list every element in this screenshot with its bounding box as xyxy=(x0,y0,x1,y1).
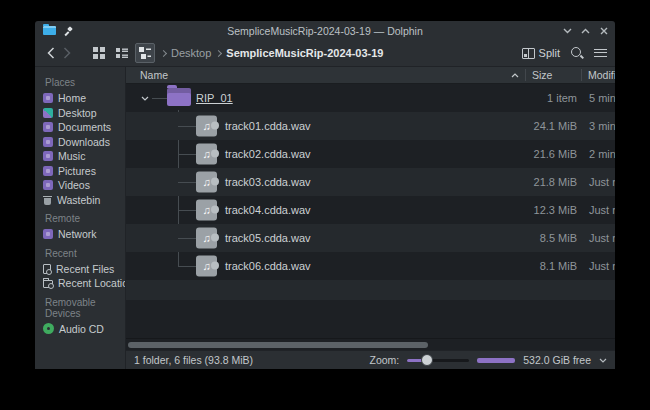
sidebar-item-recent-files[interactable]: Recent Files xyxy=(35,262,125,277)
split-view-icon xyxy=(522,48,535,59)
details-view-button[interactable] xyxy=(135,43,155,63)
network-icon xyxy=(43,229,53,239)
column-name[interactable]: Name xyxy=(126,69,525,81)
back-button[interactable] xyxy=(43,44,59,62)
column-header: Name Size Modified xyxy=(126,67,615,84)
free-space-label: 532.0 GiB free xyxy=(523,354,591,366)
file-size: 21.6 MiB xyxy=(525,148,581,160)
file-size: 12.3 MiB xyxy=(525,204,581,216)
file-modified: 2 minutes ago xyxy=(581,148,615,160)
documents-icon xyxy=(43,122,53,132)
sidebar-item-downloads[interactable]: Downloads xyxy=(35,135,125,150)
file-modified: Just now xyxy=(581,204,615,216)
desktop-background: SempliceMusicRip-2024-03-19 — Dolphin xyxy=(0,0,650,410)
file-modified: Just now xyxy=(581,260,615,272)
recent-files-icon xyxy=(43,264,51,274)
audio-file-icon[interactable]: ♫ xyxy=(196,116,217,137)
file-modified: 3 minutes ago xyxy=(581,120,615,132)
section-removable-devices: Removable Devices xyxy=(35,291,125,322)
sidebar-item-recent-locations[interactable]: Recent Locations xyxy=(35,276,125,291)
breadcrumb-desktop[interactable]: Desktop xyxy=(171,47,211,59)
table-row[interactable]: ♫ track04.cdda.wav 12.3 MiB Just now xyxy=(126,196,615,224)
audio-file-icon[interactable]: ♫ xyxy=(196,144,217,165)
hamburger-menu-icon[interactable] xyxy=(594,49,607,58)
audio-cd-icon xyxy=(43,323,54,334)
view-mode-group xyxy=(89,43,155,63)
section-remote: Remote xyxy=(35,207,125,227)
chevron-right-icon xyxy=(160,49,167,56)
forward-button[interactable] xyxy=(59,44,75,62)
file-modified: Just now xyxy=(581,176,615,188)
file-view: Name Size Modified xyxy=(126,67,615,338)
sidebar-item-audio-cd[interactable]: Audio CD xyxy=(35,322,125,337)
breadcrumb: Desktop SempliceMusicRip-2024-03-19 xyxy=(161,47,384,59)
selection-summary: 1 folder, 6 files (93.8 MiB) xyxy=(134,354,253,366)
zoom-label: Zoom: xyxy=(370,354,400,366)
folder-size: 1 item xyxy=(525,92,581,104)
maximize-button[interactable] xyxy=(580,25,591,36)
chevron-down-icon[interactable] xyxy=(599,358,607,363)
zoom-slider[interactable] xyxy=(407,359,469,362)
sidebar-item-videos[interactable]: Videos xyxy=(35,178,125,193)
places-panel: Places Home Desktop Documents Downloads xyxy=(35,67,126,369)
scrollbar-thumb[interactable] xyxy=(128,342,428,348)
file-modified: Just now xyxy=(581,232,615,244)
file-size: 24.1 MiB xyxy=(525,120,581,132)
table-row[interactable]: ♫ track01.cdda.wav 24.1 MiB 3 minutes ag… xyxy=(126,112,615,140)
dolphin-window: SempliceMusicRip-2024-03-19 — Dolphin xyxy=(35,21,615,369)
desktop-icon xyxy=(43,108,53,118)
section-recent: Recent xyxy=(35,242,125,262)
dolphin-app-icon xyxy=(43,26,56,35)
sidebar-item-music[interactable]: Music xyxy=(35,149,125,164)
folder-modified: 5 minutes ago xyxy=(581,92,615,104)
icons-view-button[interactable] xyxy=(89,43,109,63)
sort-ascending-icon xyxy=(511,73,519,78)
sidebar-item-desktop[interactable]: Desktop xyxy=(35,106,125,121)
sidebar-item-pictures[interactable]: Pictures xyxy=(35,164,125,179)
minimize-button[interactable] xyxy=(562,25,573,36)
trash-icon xyxy=(43,195,52,205)
file-size: 8.1 MiB xyxy=(525,260,581,272)
pictures-icon xyxy=(43,166,53,176)
table-row[interactable]: ♫ track02.cdda.wav 21.6 MiB 2 minutes ag… xyxy=(126,140,615,168)
sidebar-item-home[interactable]: Home xyxy=(35,91,125,106)
audio-file-icon[interactable]: ♫ xyxy=(196,200,217,221)
home-icon xyxy=(43,93,53,103)
window-title: SempliceMusicRip-2024-03-19 — Dolphin xyxy=(35,25,615,37)
file-size: 21.8 MiB xyxy=(525,176,581,188)
statusbar: 1 folder, 6 files (93.8 MiB) Zoom: 532.0… xyxy=(126,350,615,369)
file-size: 8.5 MiB xyxy=(525,232,581,244)
downloads-icon xyxy=(43,137,53,147)
audio-file-icon[interactable]: ♫ xyxy=(196,256,217,277)
sidebar-item-network[interactable]: Network xyxy=(35,227,125,242)
table-row[interactable]: ♫ track05.cdda.wav 8.5 MiB Just now xyxy=(126,224,615,252)
collapse-expander-icon[interactable] xyxy=(140,93,150,103)
split-button[interactable]: Split xyxy=(522,47,560,59)
videos-icon xyxy=(43,180,53,190)
audio-file-icon[interactable]: ♫ xyxy=(196,228,217,249)
music-icon xyxy=(43,151,53,161)
search-icon[interactable] xyxy=(570,46,584,60)
disk-usage-bar xyxy=(477,358,515,363)
split-label: Split xyxy=(539,47,560,59)
column-modified[interactable]: Modified xyxy=(581,69,615,81)
table-row-folder[interactable]: RIP_01 1 item 5 minutes ago xyxy=(126,84,615,112)
sidebar-item-wastebin[interactable]: Wastebin xyxy=(35,193,125,208)
folder-icon[interactable] xyxy=(167,88,191,106)
chevron-right-icon xyxy=(215,49,222,56)
recent-locations-icon xyxy=(43,280,53,288)
pin-icon[interactable] xyxy=(64,26,74,36)
breadcrumb-current[interactable]: SempliceMusicRip-2024-03-19 xyxy=(226,47,383,59)
table-row[interactable]: ♫ track06.cdda.wav 8.1 MiB Just now xyxy=(126,252,615,280)
audio-file-icon[interactable]: ♫ xyxy=(196,172,217,193)
sidebar-item-documents[interactable]: Documents xyxy=(35,120,125,135)
close-button[interactable] xyxy=(598,25,609,36)
compact-view-button[interactable] xyxy=(112,43,132,63)
horizontal-scrollbar[interactable] xyxy=(126,338,615,350)
section-places: Places xyxy=(35,71,125,91)
toolbar: Desktop SempliceMusicRip-2024-03-19 Spli… xyxy=(35,40,615,67)
column-size[interactable]: Size xyxy=(525,69,581,81)
table-row[interactable]: ♫ track03.cdda.wav 21.8 MiB Just now xyxy=(126,168,615,196)
titlebar[interactable]: SempliceMusicRip-2024-03-19 — Dolphin xyxy=(35,21,615,40)
zoom-slider-handle[interactable] xyxy=(421,354,433,366)
